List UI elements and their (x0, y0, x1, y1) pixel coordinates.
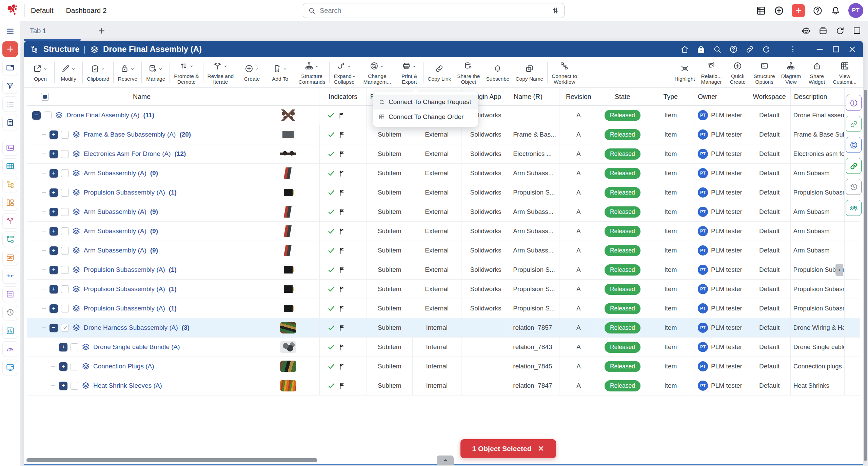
vertical-scrollbar[interactable] (864, 90, 867, 461)
row-checkbox[interactable] (61, 324, 69, 332)
item-name-link[interactable]: Arm Subassembly (A) (84, 227, 146, 235)
row-checkbox[interactable] (71, 363, 78, 370)
titlebar-home-button[interactable] (680, 45, 689, 54)
expand-bottom-tab[interactable] (437, 455, 454, 465)
toolbar-clipboard-button[interactable]: Clipboard (84, 61, 112, 83)
table-row[interactable]: +Arm Subassembly (A)(9)SubitemExternalSo… (27, 241, 860, 260)
toolbar-share-button[interactable]: Share Widget (804, 59, 830, 86)
toolbar-structure-button[interactable]: Structure Options (751, 59, 778, 86)
expand-node-button[interactable]: + (59, 362, 67, 371)
toolbar-print--button[interactable]: Print & Export (396, 59, 422, 86)
panel-link-bold-button[interactable] (846, 158, 862, 174)
table-row[interactable]: +Connection Plugs (A)SubitemInternalrela… (27, 357, 860, 376)
expand-node-button[interactable]: + (50, 266, 58, 274)
titlebar-close-button[interactable] (848, 45, 857, 54)
sidebar-item-flow[interactable] (2, 231, 18, 247)
sidebar-item-tree[interactable] (2, 177, 18, 192)
table-row[interactable]: +Frame & Base Subassembly (A)(20)Subitem… (27, 125, 860, 144)
collapse-node-button[interactable]: − (32, 111, 41, 120)
window-titlebar[interactable]: Structure | Drone Final Assembly (A) (24, 41, 863, 57)
collapse-panel-tab[interactable] (835, 264, 843, 276)
table-row[interactable]: +Propulsion Subassembly (A)(1)SubitemExt… (27, 183, 860, 202)
item-name-link[interactable]: Drone Harness Subassembly (A) (84, 324, 178, 331)
toolbar-change-button[interactable]: Change Managem... (360, 59, 394, 86)
row-checkbox[interactable] (61, 227, 69, 235)
sidebar-item-kanban[interactable] (2, 195, 18, 210)
sidebar-item-table[interactable] (2, 158, 18, 174)
row-checkbox[interactable] (61, 131, 69, 139)
toolbar-connect-to-button[interactable]: Connect to Workflow (549, 59, 580, 86)
panel-info-button[interactable] (846, 95, 862, 111)
toolbar-quick-button[interactable]: Quick Create (725, 59, 751, 86)
robot-button[interactable] (801, 26, 811, 36)
table-row[interactable]: +Arm Subassembly (A)(9)SubitemExternalSo… (27, 222, 860, 241)
toolbar-modify-button[interactable]: Modify (56, 61, 81, 83)
panel-history-button[interactable] (846, 179, 862, 195)
toolbar-structure-button[interactable]: Structure Commands (295, 59, 328, 86)
item-name-link[interactable]: Arm Subassembly (A) (84, 208, 146, 216)
refresh-button[interactable] (835, 26, 845, 36)
titlebar-magnifier-button[interactable] (713, 45, 722, 54)
help-circle-button[interactable] (812, 5, 823, 16)
row-checkbox[interactable] (44, 112, 52, 119)
toolbar-revise-and-button[interactable]: Revise and Iterate (204, 59, 237, 86)
expand-node-button[interactable]: + (50, 246, 58, 255)
horizontal-scrollbar[interactable] (26, 458, 317, 462)
titlebar-dots-v-button[interactable] (788, 45, 797, 54)
column-header-state[interactable]: State (598, 88, 647, 105)
expand-node-button[interactable]: + (50, 169, 58, 178)
row-checkbox[interactable] (71, 382, 78, 390)
box-button[interactable] (818, 26, 828, 36)
toolbar-copy-name-button[interactable]: Copy Name (512, 61, 546, 83)
tab-tab1[interactable]: Tab 1 (30, 21, 46, 41)
toolbar-create-button[interactable]: Create (239, 61, 265, 83)
sidebar-item-history[interactable] (2, 305, 18, 320)
new-tab-button[interactable] (98, 27, 106, 35)
column-header-desc[interactable]: Description (791, 88, 845, 105)
toolbar-highlight-button[interactable]: Highlight (671, 61, 698, 83)
global-search[interactable] (303, 3, 565, 18)
expand-node-button[interactable]: + (50, 304, 58, 313)
column-header-rev[interactable]: Revision (559, 88, 598, 105)
toolbar-diagram-button[interactable]: Diagram View (778, 59, 804, 86)
panel-cycle-button[interactable] (846, 137, 862, 153)
row-checkbox[interactable] (61, 305, 69, 312)
table-row[interactable]: +Drone Single cable Bundle (A)SubitemInt… (27, 338, 860, 357)
toolbar-expand--button[interactable]: Expand - Collapse (331, 59, 358, 86)
panel-team-button[interactable] (846, 200, 862, 216)
sidebar-item-card-form[interactable] (2, 140, 18, 156)
expand-node-button[interactable]: + (50, 227, 58, 236)
sidebar-item-window-eye[interactable] (2, 250, 18, 265)
user-avatar[interactable]: PT (848, 3, 863, 18)
sidebar-item-converge[interactable] (2, 268, 18, 284)
expand-node-button[interactable]: + (59, 343, 67, 351)
item-name-link[interactable]: Arm Subassembly (A) (84, 247, 146, 254)
toolbar-open-button[interactable]: Open (27, 61, 53, 83)
column-header-thumb[interactable] (257, 88, 319, 105)
sidebar-item-menu[interactable] (3, 24, 18, 39)
titlebar-square-button[interactable] (831, 45, 841, 54)
titlebar-help-circle-button[interactable] (729, 45, 738, 54)
notifications-button[interactable] (830, 5, 841, 16)
row-checkbox[interactable] (61, 285, 69, 293)
expand-node-button[interactable]: + (50, 188, 58, 197)
toolbar-add-to-button[interactable]: Add To (267, 61, 293, 83)
search-input[interactable] (319, 6, 551, 15)
quick-add-button[interactable] (792, 4, 805, 17)
toolbar-view-button[interactable]: View Customi... (830, 59, 860, 86)
sidebar-item-folder[interactable] (2, 60, 18, 75)
sidebar-item-clipboard[interactable] (2, 115, 18, 130)
toolbar-subscribe-button[interactable]: Subscribe (483, 61, 512, 83)
toast-close-icon[interactable]: ✕ (537, 444, 544, 453)
item-name-link[interactable]: Drone Single cable Bundle (A) (93, 343, 180, 351)
row-checkbox[interactable] (61, 266, 69, 274)
expand-node-button[interactable]: + (50, 150, 58, 158)
column-header-name[interactable]: Name (27, 88, 257, 105)
app-logo-icon[interactable] (5, 3, 20, 18)
toolbar-copy-link-button[interactable]: Copy Link (425, 61, 454, 83)
item-name-link[interactable]: Arm Subassembly (A) (84, 169, 146, 177)
item-name-link[interactable]: Propulsion Subassembly (A) (84, 189, 165, 196)
sidebar-item-bar-chart[interactable] (2, 323, 18, 339)
item-name-link[interactable]: Propulsion Subassembly (A) (84, 285, 165, 293)
column-header-ws[interactable]: Workspace (748, 88, 790, 105)
